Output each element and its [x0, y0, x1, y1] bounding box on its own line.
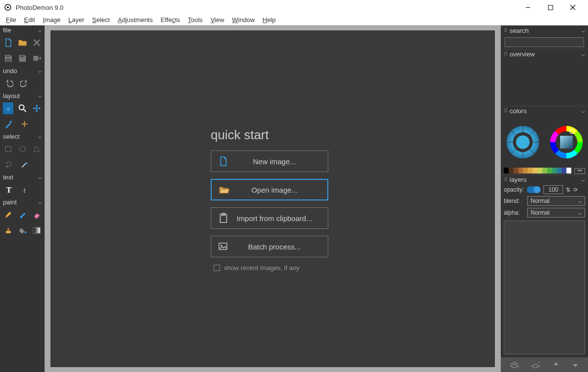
color-picker-icon[interactable] [3, 118, 15, 130]
menu-edit[interactable]: Edit [20, 15, 39, 25]
quick-start-panel: quick start New image... Open image... I… [211, 127, 328, 272]
add-layer-icon[interactable] [510, 360, 519, 369]
pencil-tool-icon[interactable] [3, 209, 13, 221]
clone-tool-icon[interactable] [3, 224, 13, 236]
section-select[interactable]: select⌵ [0, 132, 45, 141]
maximize-button[interactable] [539, 0, 562, 15]
redo-icon[interactable] [19, 77, 30, 89]
svg-rect-23 [6, 231, 11, 233]
stepper-icon[interactable]: ⇅ [566, 187, 570, 193]
svg-point-1 [7, 6, 9, 8]
right-panel: ⠿search⌵ ⠿overview⌵ ⠿colors⌵ [501, 25, 588, 372]
menu-layer[interactable]: Layer [65, 15, 89, 25]
color-wheel-1[interactable] [505, 124, 541, 160]
rect-select-icon[interactable] [3, 143, 13, 155]
menu-adjustments[interactable]: Adjustments [114, 15, 157, 25]
section-text[interactable]: text⌵ [0, 173, 45, 182]
layer-down-icon[interactable] [571, 360, 579, 369]
duplicate-layer-icon[interactable]: × [531, 360, 540, 369]
open-image-button[interactable]: Open image... [211, 179, 328, 200]
section-paint[interactable]: paint⌵ [0, 198, 45, 207]
close-file-icon[interactable] [31, 37, 42, 49]
export-icon[interactable] [31, 52, 42, 64]
panel-colors[interactable]: ⠿colors⌵ [501, 106, 588, 116]
typography-tool-icon[interactable]: t [19, 184, 30, 196]
show-recent-checkbox[interactable]: show recent images, if any [211, 264, 328, 272]
svg-line-13 [24, 109, 26, 112]
brush-tool-icon[interactable] [17, 209, 27, 221]
svg-text:×: × [538, 360, 540, 365]
opacity-value[interactable]: 100 [543, 185, 563, 194]
menu-window[interactable]: Window [228, 15, 259, 25]
menubar: File Edit Image Layer Select Adjustments… [0, 15, 588, 25]
menu-file[interactable]: File [2, 15, 20, 25]
minimize-button[interactable] [516, 0, 539, 15]
svg-line-20 [22, 163, 26, 167]
tool-panel: file⌵ undo⌵ layout⌵ select⌵ [0, 25, 45, 372]
measure-tool-icon[interactable] [19, 118, 30, 130]
svg-rect-26 [33, 227, 40, 233]
colors-body [501, 116, 588, 168]
svg-point-30 [221, 245, 222, 247]
menu-help[interactable]: Help [259, 15, 280, 25]
panel-layers[interactable]: ⠿layers⌵ [501, 174, 588, 184]
fill-tool-icon[interactable] [17, 224, 27, 236]
section-file[interactable]: file⌵ [0, 25, 45, 35]
search-input[interactable] [505, 37, 584, 47]
new-image-button[interactable]: New image... [211, 150, 328, 172]
poly-select-icon[interactable] [31, 143, 42, 155]
menu-image[interactable]: Image [39, 15, 64, 25]
grip-icon: ⠿ [504, 108, 507, 114]
opacity-slider[interactable] [527, 186, 540, 193]
svg-point-19 [6, 166, 8, 168]
panel-overview[interactable]: ⠿overview⌵ [501, 49, 588, 59]
svg-rect-17 [5, 147, 11, 151]
color-wheel-2[interactable] [548, 124, 585, 160]
swatch-row[interactable] [504, 168, 571, 174]
checkbox-icon [214, 265, 220, 271]
zoom-tool-icon[interactable] [17, 102, 27, 114]
layers-list[interactable] [504, 221, 585, 354]
import-clipboard-button[interactable]: Import from clipboard... [211, 207, 328, 229]
chevron-down-icon: ⌵ [38, 199, 42, 205]
svg-point-37 [516, 135, 530, 149]
hand-tool-icon[interactable] [3, 102, 13, 114]
layer-up-icon[interactable] [552, 360, 560, 369]
open-folder-icon[interactable] [17, 37, 27, 49]
lasso-select-icon[interactable] [3, 159, 15, 171]
undo-icon[interactable] [3, 77, 15, 89]
close-button[interactable] [562, 0, 584, 15]
svg-rect-14 [9, 121, 12, 124]
clipboard-icon [211, 213, 236, 223]
chevron-down-icon: ⌵ [582, 108, 585, 114]
panel-search[interactable]: ⠿search⌵ [501, 25, 588, 35]
layer-footer: × [501, 357, 588, 372]
svg-point-25 [24, 231, 26, 233]
chevron-down-icon: ⌵ [582, 51, 585, 57]
canvas: quick start New image... Open image... I… [50, 30, 495, 367]
save-icon[interactable] [3, 52, 13, 64]
text-tool-icon[interactable]: T [3, 184, 15, 196]
ellipse-select-icon[interactable] [17, 143, 27, 155]
blend-dropdown[interactable]: Normal⌵ [527, 196, 585, 206]
save-as-icon[interactable] [17, 52, 27, 64]
eraser-tool-icon[interactable] [31, 209, 42, 221]
alpha-dropdown[interactable]: Normal⌵ [527, 208, 585, 218]
titlebar: PhotoDemon 9.0 [0, 0, 588, 15]
move-tool-icon[interactable] [31, 102, 42, 114]
canvas-area: quick start New image... Open image... I… [45, 25, 501, 372]
gradient-tool-icon[interactable] [31, 224, 42, 236]
new-file-icon[interactable] [3, 37, 13, 49]
section-undo[interactable]: undo⌵ [0, 66, 45, 75]
menu-view[interactable]: View [207, 15, 228, 25]
menu-select[interactable]: Select [88, 15, 114, 25]
magic-wand-icon[interactable] [19, 159, 30, 171]
menu-effects[interactable]: Effects [157, 15, 184, 25]
menu-tools[interactable]: Tools [184, 15, 206, 25]
batch-process-button[interactable]: Batch process... [211, 236, 328, 257]
opacity-label: opacity: [504, 186, 524, 193]
section-layout[interactable]: layout⌵ [0, 91, 45, 100]
reset-icon[interactable]: ⟳ [573, 187, 578, 193]
new-image-icon [211, 156, 236, 167]
more-swatches-button[interactable]: ••• [574, 168, 585, 174]
